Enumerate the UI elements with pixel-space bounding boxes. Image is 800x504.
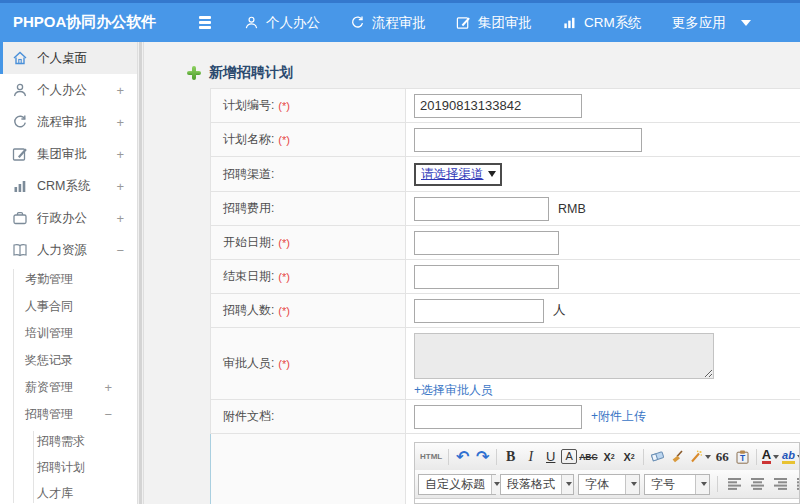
bold-button[interactable]: B [501,447,520,467]
cost-input[interactable] [414,197,549,221]
nav-label: 个人办公 [266,14,320,32]
subscript-button[interactable]: X2 [620,447,639,467]
sidebar-item-contracts[interactable]: 人事合同 [0,293,137,320]
expand-icon[interactable]: + [116,115,124,130]
recruitment-plan-form: 计划编号:(*) 计划名称:(*) 招聘渠道: 请选择渠道 招聘费用: RMB … [210,88,800,504]
font-size-select[interactable]: 字号 [644,474,710,495]
field-label: 附件文档: [223,408,274,425]
book-icon [11,241,29,259]
required-mark: (*) [278,358,290,370]
align-right-icon[interactable] [771,474,790,494]
sidebar-item-crm[interactable]: CRM系统 + [0,170,137,202]
font-color-button[interactable]: A [761,447,780,467]
underline-button[interactable]: U [541,447,560,467]
nav-crm[interactable]: CRM系统 [562,14,642,32]
page-title: 新增招聘计划 [209,64,293,82]
hr-submenu: 考勤管理 人事合同 培训管理 奖惩记录 薪资管理+ 招聘管理− 招聘需求 招聘计… [0,266,137,504]
sidebar-item-label: 招聘需求 [37,434,85,448]
clean-format-icon[interactable] [668,447,687,467]
form-row-end-date: 结束日期:(*) [211,260,800,294]
expand-icon[interactable]: + [116,179,124,194]
redo-icon[interactable]: ↷ [473,447,492,467]
plan-number-input[interactable] [414,94,582,118]
editor-toolbar-bottom: 自定义标题 段落格式 字体 字号 [415,470,799,498]
scrollbar-thumb[interactable] [139,42,142,504]
channel-select[interactable]: 请选择渠道 [414,163,502,186]
expand-icon[interactable]: + [116,147,124,162]
end-date-input[interactable] [414,265,559,289]
expand-icon[interactable]: + [104,374,112,401]
sidebar-item-attendance[interactable]: 考勤管理 [0,266,137,293]
sidebar-item-label: 集团审批 [37,146,87,163]
sidebar-item-desktop[interactable]: 个人桌面 [0,42,137,74]
briefcase-icon [11,209,29,227]
align-left-icon[interactable] [725,474,744,494]
choose-approver-link[interactable]: +选择审批人员 [414,382,493,399]
caret-down-icon [566,482,572,486]
field-label: 计划编号: [223,97,274,114]
field-label: 计划名称: [223,131,274,148]
nav-workflow-approval[interactable]: 流程审批 [350,14,426,32]
nav-personal-office[interactable]: 个人办公 [244,14,320,32]
sidebar-item-salary[interactable]: 薪资管理+ [0,374,137,401]
sidebar-scrollbar[interactable] [137,42,144,504]
nav-more-apps[interactable]: 更多应用 [672,14,751,32]
align-justify-icon[interactable] [794,474,799,494]
expand-icon[interactable]: + [116,83,124,98]
sidebar-item-admin-office[interactable]: 行政办公 + [0,202,137,234]
paragraph-format-select[interactable]: 段落格式 [500,474,574,495]
attachment-input[interactable] [414,405,582,429]
collapse-icon[interactable]: − [104,401,112,428]
sidebar-item-label: 培训管理 [25,326,73,340]
nav-group-approval[interactable]: 集团审批 [456,14,532,32]
nav-label: 更多应用 [672,14,726,32]
sidebar-item-workflow-approval[interactable]: 流程审批 + [0,106,137,138]
strikethrough-button[interactable]: ABC [578,447,598,467]
sidebar-item-label: 招聘管理 [25,407,73,421]
home-icon [11,49,29,67]
caret-down-icon [705,455,711,459]
sidebar-item-personal-office[interactable]: 个人办公 + [0,74,137,106]
form-row-start-date: 开始日期:(*) [211,226,800,260]
caret-down-icon [797,455,799,459]
nav-label: 流程审批 [372,14,426,32]
custom-heading-select[interactable]: 自定义标题 [418,474,496,495]
magic-format-icon[interactable] [688,447,712,467]
sidebar-item-training[interactable]: 培训管理 [0,320,137,347]
plan-name-input[interactable] [414,128,642,152]
caret-down-icon [773,455,779,459]
superscript-button[interactable]: X2 [600,447,619,467]
top-nav: 个人办公 流程审批 集团审批 CRM系统 更多应用 [244,14,751,32]
font-family-select[interactable]: 字体 [578,474,640,495]
highlight-color-button[interactable]: ab [781,447,799,467]
sidebar-item-label: 招聘计划 [37,460,85,474]
attachment-upload-link[interactable]: +附件上传 [591,408,646,425]
editor-content[interactable] [415,498,799,504]
sidebar-item-recruitment[interactable]: 招聘管理− [0,401,137,428]
collapse-icon[interactable]: − [116,243,124,258]
align-center-icon[interactable] [748,474,767,494]
form-row-channel: 招聘渠道: 请选择渠道 [211,157,800,192]
start-date-input[interactable] [414,231,559,255]
undo-icon[interactable]: ↶ [453,447,472,467]
approver-textarea[interactable] [414,333,714,379]
expand-icon[interactable]: + [116,211,124,226]
italic-button[interactable]: I [521,447,540,467]
paste-text-icon[interactable]: T [733,447,752,467]
menu-icon[interactable] [196,16,214,29]
sidebar-item-group-approval[interactable]: 集团审批 + [0,138,137,170]
source-code-button[interactable]: HTML [418,447,444,467]
add-icon [187,66,201,80]
sidebar-item-recruit-demand[interactable]: 招聘需求 [0,428,137,454]
sidebar-item-talent-pool[interactable]: 人才库 [0,480,137,504]
headcount-input[interactable] [414,299,544,323]
sidebar-item-hr[interactable]: 人力资源 − [0,234,137,266]
eraser-icon[interactable] [648,447,667,467]
blockquote-button[interactable]: 66 [713,447,732,467]
form-row-cost: 招聘费用: RMB [211,192,800,226]
font-size-button[interactable]: A [561,449,577,464]
sidebar-item-recruit-plan[interactable]: 招聘计划 [0,454,137,480]
sidebar-item-rewards[interactable]: 奖惩记录 [0,347,137,374]
required-mark: (*) [278,271,290,283]
flow-icon [11,113,29,131]
